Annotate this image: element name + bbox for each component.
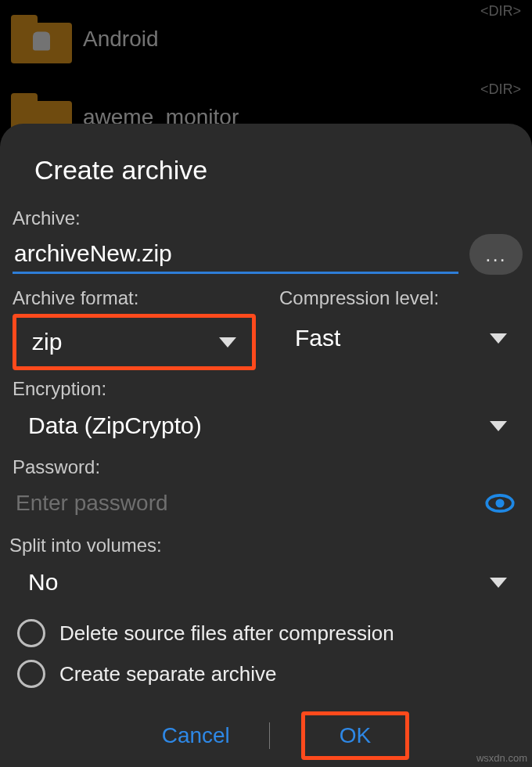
chevron-down-icon [490,578,507,588]
chevron-down-icon [490,333,507,344]
dropdown-value: No [28,569,58,596]
create-archive-dialog: Create archive Archive: ... Archive form… [0,124,532,767]
delete-source-option[interactable]: Delete source files after compression [9,613,523,654]
show-password-icon[interactable] [485,493,515,513]
dialog-title: Create archive [9,155,523,207]
archive-format-dropdown[interactable]: zip [13,314,256,370]
dialog-button-bar: Cancel OK [9,711,523,760]
radio-icon [17,660,45,688]
option-label: Delete source files after compression [59,621,394,646]
chevron-down-icon [219,337,236,347]
watermark: wsxdn.com [476,752,527,764]
button-separator [269,722,270,749]
compression-label: Compression level: [279,287,523,314]
password-input[interactable] [14,486,485,520]
ok-button[interactable]: OK [301,711,409,760]
archive-name-input[interactable] [13,236,458,274]
cancel-button[interactable]: Cancel [123,712,269,759]
split-label: Split into volumes: [9,535,523,561]
split-volumes-dropdown[interactable]: No [9,561,523,605]
encryption-label: Encryption: [9,378,523,405]
format-label: Archive format: [13,287,256,314]
ellipsis-icon: ... [485,243,507,267]
svg-point-1 [495,499,504,507]
dropdown-value: zip [32,329,62,355]
dropdown-value: Data (ZipCrypto) [28,412,202,439]
separate-archive-option[interactable]: Create separate archive [9,654,523,694]
radio-icon [17,619,45,647]
option-label: Create separate archive [59,662,276,686]
chevron-down-icon [490,421,507,431]
password-label: Password: [9,456,523,483]
encryption-dropdown[interactable]: Data (ZipCrypto) [9,405,523,448]
browse-button[interactable]: ... [469,234,523,275]
compression-level-dropdown[interactable]: Fast [279,314,523,362]
archive-label: Archive: [13,207,523,234]
dropdown-value: Fast [295,325,340,351]
